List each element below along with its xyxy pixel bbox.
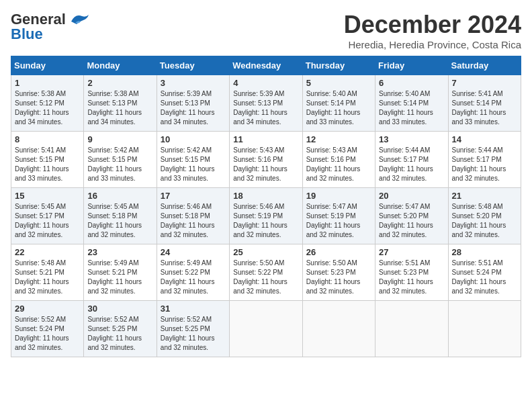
calendar-cell: 6 Sunrise: 5:40 AMSunset: 5:14 PMDayligh… [375,75,448,132]
day-info: Sunrise: 5:46 AMSunset: 5:19 PMDaylight:… [233,203,287,238]
calendar-cell: 29 Sunrise: 5:52 AMSunset: 5:24 PMDaylig… [11,301,84,357]
calendar-cell: 30 Sunrise: 5:52 AMSunset: 5:25 PMDaylig… [84,301,157,357]
calendar-cell: 21 Sunrise: 5:48 AMSunset: 5:20 PMDaylig… [448,188,521,244]
calendar-cell: 20 Sunrise: 5:47 AMSunset: 5:20 PMDaylig… [375,188,448,244]
day-number: 3 [161,78,226,88]
day-number: 17 [161,191,226,201]
calendar-cell: 28 Sunrise: 5:51 AMSunset: 5:24 PMDaylig… [448,244,521,301]
day-header-thursday: Thursday [302,56,375,75]
calendar-week-row: 15 Sunrise: 5:45 AMSunset: 5:17 PMDaylig… [11,188,521,244]
calendar-cell: 27 Sunrise: 5:51 AMSunset: 5:23 PMDaylig… [375,244,448,301]
calendar-cell: 3 Sunrise: 5:39 AMSunset: 5:13 PMDayligh… [157,75,229,132]
day-info: Sunrise: 5:38 AMSunset: 5:12 PMDaylight:… [15,90,69,126]
calendar-cell: 7 Sunrise: 5:41 AMSunset: 5:14 PMDayligh… [448,75,521,132]
day-info: Sunrise: 5:41 AMSunset: 5:14 PMDaylight:… [452,90,506,126]
day-number: 11 [233,134,298,144]
day-number: 22 [15,247,80,257]
calendar-cell: 4 Sunrise: 5:39 AMSunset: 5:13 PMDayligh… [230,75,302,132]
day-number: 26 [306,247,371,257]
day-info: Sunrise: 5:50 AMSunset: 5:22 PMDaylight:… [233,259,287,295]
calendar-week-row: 29 Sunrise: 5:52 AMSunset: 5:24 PMDaylig… [11,301,521,357]
calendar-cell: 5 Sunrise: 5:40 AMSunset: 5:14 PMDayligh… [302,75,375,132]
day-info: Sunrise: 5:48 AMSunset: 5:21 PMDaylight:… [15,259,69,295]
day-number: 14 [452,134,517,144]
day-number: 2 [87,78,152,88]
day-number: 18 [233,191,298,201]
logo-bird-icon [69,12,90,27]
day-info: Sunrise: 5:52 AMSunset: 5:24 PMDaylight:… [15,316,69,351]
day-number: 5 [306,78,371,88]
calendar-header-row: SundayMondayTuesdayWednesdayThursdayFrid… [11,56,521,75]
calendar-cell: 9 Sunrise: 5:42 AMSunset: 5:15 PMDayligh… [84,132,157,188]
logo: General Blue [11,11,90,43]
calendar-cell: 24 Sunrise: 5:49 AMSunset: 5:22 PMDaylig… [157,244,229,301]
day-number: 30 [87,304,152,314]
day-info: Sunrise: 5:50 AMSunset: 5:23 PMDaylight:… [306,259,361,295]
calendar-cell: 17 Sunrise: 5:46 AMSunset: 5:18 PMDaylig… [157,188,229,244]
calendar-cell: 13 Sunrise: 5:44 AMSunset: 5:17 PMDaylig… [375,132,448,188]
calendar-cell: 26 Sunrise: 5:50 AMSunset: 5:23 PMDaylig… [302,244,375,301]
day-info: Sunrise: 5:42 AMSunset: 5:15 PMDaylight:… [161,146,215,182]
day-number: 24 [161,247,226,257]
day-info: Sunrise: 5:45 AMSunset: 5:18 PMDaylight:… [87,203,142,238]
calendar-cell [448,301,521,357]
day-info: Sunrise: 5:38 AMSunset: 5:13 PMDaylight:… [87,90,142,126]
calendar-cell [375,301,448,357]
calendar-cell: 18 Sunrise: 5:46 AMSunset: 5:19 PMDaylig… [230,188,302,244]
day-info: Sunrise: 5:49 AMSunset: 5:21 PMDaylight:… [87,259,142,295]
day-number: 9 [87,134,152,144]
calendar-cell [230,301,302,357]
day-info: Sunrise: 5:52 AMSunset: 5:25 PMDaylight:… [161,316,215,351]
day-number: 19 [306,191,371,201]
day-number: 1 [15,78,80,88]
day-number: 31 [161,304,226,314]
day-number: 7 [452,78,517,88]
day-info: Sunrise: 5:52 AMSunset: 5:25 PMDaylight:… [87,316,142,351]
day-info: Sunrise: 5:40 AMSunset: 5:14 PMDaylight:… [379,90,433,126]
day-number: 23 [87,247,152,257]
day-number: 29 [15,304,80,314]
calendar-cell: 25 Sunrise: 5:50 AMSunset: 5:22 PMDaylig… [230,244,302,301]
day-info: Sunrise: 5:47 AMSunset: 5:20 PMDaylight:… [379,203,433,238]
day-header-saturday: Saturday [448,56,521,75]
day-number: 16 [87,191,152,201]
day-info: Sunrise: 5:51 AMSunset: 5:24 PMDaylight:… [452,259,506,295]
calendar-cell: 8 Sunrise: 5:41 AMSunset: 5:15 PMDayligh… [11,132,84,188]
day-number: 13 [379,134,444,144]
day-info: Sunrise: 5:44 AMSunset: 5:17 PMDaylight:… [452,146,506,182]
day-info: Sunrise: 5:48 AMSunset: 5:20 PMDaylight:… [452,203,506,238]
day-info: Sunrise: 5:44 AMSunset: 5:17 PMDaylight:… [379,146,433,182]
day-number: 6 [379,78,444,88]
day-info: Sunrise: 5:45 AMSunset: 5:17 PMDaylight:… [15,203,69,238]
day-number: 10 [161,134,226,144]
calendar-week-row: 1 Sunrise: 5:38 AMSunset: 5:12 PMDayligh… [11,75,521,132]
calendar-cell: 2 Sunrise: 5:38 AMSunset: 5:13 PMDayligh… [84,75,157,132]
day-number: 15 [15,191,80,201]
calendar-cell: 23 Sunrise: 5:49 AMSunset: 5:21 PMDaylig… [84,244,157,301]
day-header-sunday: Sunday [11,56,84,75]
day-info: Sunrise: 5:39 AMSunset: 5:13 PMDaylight:… [233,90,287,126]
title-block: December 2024 Heredia, Heredia Province,… [344,11,521,50]
calendar-cell: 12 Sunrise: 5:43 AMSunset: 5:16 PMDaylig… [302,132,375,188]
day-info: Sunrise: 5:47 AMSunset: 5:19 PMDaylight:… [306,203,361,238]
logo-text-blue: Blue [11,26,43,43]
calendar-table: SundayMondayTuesdayWednesdayThursdayFrid… [11,56,521,357]
day-info: Sunrise: 5:42 AMSunset: 5:15 PMDaylight:… [87,146,142,182]
day-header-wednesday: Wednesday [230,56,302,75]
day-number: 27 [379,247,444,257]
day-info: Sunrise: 5:39 AMSunset: 5:13 PMDaylight:… [161,90,215,126]
day-header-friday: Friday [375,56,448,75]
page-header: General Blue December 2024 Heredia, Here… [11,11,521,50]
day-info: Sunrise: 5:40 AMSunset: 5:14 PMDaylight:… [306,90,361,126]
calendar-cell: 1 Sunrise: 5:38 AMSunset: 5:12 PMDayligh… [11,75,84,132]
location: Heredia, Heredia Province, Costa Rica [344,39,521,50]
day-header-tuesday: Tuesday [157,56,229,75]
day-info: Sunrise: 5:41 AMSunset: 5:15 PMDaylight:… [15,146,69,182]
month-title: December 2024 [344,11,521,39]
day-number: 12 [306,134,371,144]
calendar-cell: 19 Sunrise: 5:47 AMSunset: 5:19 PMDaylig… [302,188,375,244]
calendar-week-row: 8 Sunrise: 5:41 AMSunset: 5:15 PMDayligh… [11,132,521,188]
day-info: Sunrise: 5:43 AMSunset: 5:16 PMDaylight:… [306,146,361,182]
calendar-cell: 16 Sunrise: 5:45 AMSunset: 5:18 PMDaylig… [84,188,157,244]
calendar-cell: 31 Sunrise: 5:52 AMSunset: 5:25 PMDaylig… [157,301,229,357]
